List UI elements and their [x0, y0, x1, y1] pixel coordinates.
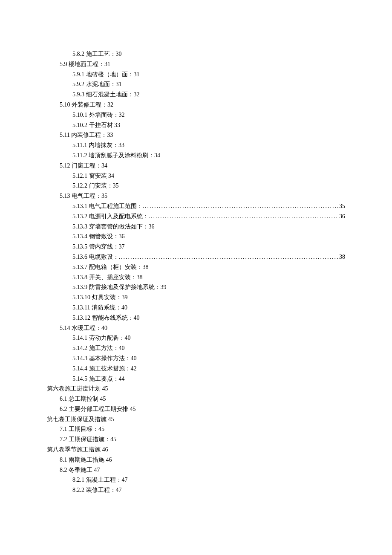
toc-entry-label: 5.10.2 干挂石材 33: [72, 120, 120, 130]
toc-entry: 5.14 水暖工程：40: [47, 323, 345, 333]
toc-entry-label: 5.11 内装修工程：33: [60, 130, 113, 140]
toc-entry: 5.13.7 配电箱（柜）安装：38: [47, 262, 345, 272]
toc-entry: 5.12 门窗工程：34: [47, 161, 345, 171]
toc-entry: 5.14.5 施工要点：44: [47, 374, 345, 384]
toc-entry-label: 5.8.2 施工工艺：30: [72, 49, 122, 59]
toc-entry: 5.9.2 水泥地面：31: [47, 79, 345, 90]
toc-entry: 第六卷施工进度计划 45: [47, 384, 345, 394]
toc-entry: 5.10 外装修工程：32: [47, 100, 345, 110]
toc-entry-label: 5.14 水暖工程：40: [60, 323, 107, 333]
toc-entry-label: 5.12.1 窗安装 34: [72, 171, 114, 181]
toc-entry-label: 5.13.6 电缆敷设：: [72, 252, 119, 262]
toc-entry-label: 5.9.1 地砖楼（地）面：31: [72, 69, 140, 80]
toc-entry: 5.8.2 施工工艺：30: [47, 49, 345, 59]
toc-entry: 6.1 总工期控制 45: [47, 394, 345, 404]
toc-entry: 5.13.2 电源引入及配电系统：36: [47, 211, 345, 222]
toc-entry: 5.13.1 电气工程施工范围：35: [47, 201, 345, 211]
toc-entry-label: 5.14.5 施工要点：44: [72, 374, 125, 384]
toc-leader-dots: [143, 201, 339, 211]
toc-entry-label: 5.10 外装修工程：32: [60, 100, 113, 110]
toc-entry: 8.1 雨期施工措施 46: [47, 455, 345, 465]
toc-entry: 7.2 工期保证措施：45: [47, 434, 345, 445]
toc-entry-label: 第六卷施工进度计划 45: [47, 384, 108, 394]
toc-entry-label: 5.13.11 消防系统：40: [72, 303, 127, 313]
toc-entry: 5.13 电气工程：35: [47, 191, 345, 201]
toc-entry: 5.14.2 施工方法：40: [47, 343, 345, 353]
toc-entry: 5.12.2 门安装：35: [47, 181, 345, 191]
toc-entry: 5.11.1 内墙抹灰：33: [47, 140, 345, 150]
toc-entry: 5.10.2 干挂石材 33: [47, 120, 345, 130]
toc-entry: 第七卷工期保证及措施 45: [47, 414, 345, 425]
toc-entry: 第八卷季节施工措施 46: [47, 445, 345, 455]
toc-entry-label: 5.9.2 水泥地面：31: [72, 79, 122, 90]
toc-entry: 8.2.1 混凝土工程：47: [47, 475, 345, 485]
toc-entry: 5.13.9 防雷接地及保护接地系统：39: [47, 282, 345, 292]
toc-entry-label: 5.13.12 智能布线系统：40: [72, 313, 140, 323]
toc-entry: 5.13.8 开关、插座安装：38: [47, 272, 345, 283]
toc-entry-label: 5.10.1 外墙面砖：32: [72, 110, 125, 120]
toc-entry-label: 5.14.4 施工技术措施：42: [72, 364, 137, 374]
toc-entry-label: 5.9 楼地面工程：31: [60, 59, 110, 69]
toc-entry-label: 5.14.3 基本操作方法：40: [72, 353, 137, 364]
toc-entry-label: 7.1 工期目标：45: [60, 424, 104, 434]
toc-entry: 5.10.1 外墙面砖：32: [47, 110, 345, 120]
toc-entry-label: 6.2 主要分部工程工期安排 45: [60, 404, 136, 414]
toc-entry-label: 8.1 雨期施工措施 46: [60, 455, 112, 465]
toc-entry: 5.13.4 钢管敷设：36: [47, 231, 345, 242]
toc-entry: 5.13.12 智能布线系统：40: [47, 313, 345, 323]
toc-entry: 5.13.10 灯具安装：39: [47, 292, 345, 303]
toc-entry: 8.2.2 装修工程：47: [47, 485, 345, 495]
toc-entry-label: 5.13.5 管内穿线：37: [72, 242, 125, 252]
toc-entry-label: 5.13.10 灯具安装：39: [72, 292, 128, 303]
toc-entry-label: 8.2.2 装修工程：47: [72, 485, 122, 495]
toc-entry-label: 8.2.1 混凝土工程：47: [72, 475, 128, 485]
toc-page-number: 36: [338, 211, 345, 222]
toc-entry-label: 5.13.7 配电箱（柜）安装：38: [72, 262, 149, 272]
toc-entry-label: 5.13 电气工程：35: [60, 191, 107, 201]
toc-entry-label: 5.14.1 劳动力配备：40: [72, 333, 131, 343]
toc-entry: 5.11.2 墙顶刮腻子及涂料粉刷：34: [47, 150, 345, 161]
toc-entry-label: 5.11.2 墙顶刮腻子及涂料粉刷：34: [72, 150, 160, 161]
toc-entry-label: 5.13.1 电气工程施工范围：: [72, 201, 143, 211]
toc-entry: 5.9.1 地砖楼（地）面：31: [47, 69, 345, 80]
toc-entry: 5.12.1 窗安装 34: [47, 171, 345, 181]
toc-entry-label: 5.14.2 施工方法：40: [72, 343, 125, 353]
table-of-contents: 5.8.2 施工工艺：305.9 楼地面工程：315.9.1 地砖楼（地）面：3…: [47, 49, 345, 495]
toc-entry-label: 5.13.3 穿墙套管的做法如下：36: [72, 222, 155, 232]
toc-entry-label: 5.13.8 开关、插座安装：38: [72, 272, 143, 283]
toc-entry: 5.9 楼地面工程：31: [47, 59, 345, 69]
toc-entry: 5.13.3 穿墙套管的做法如下：36: [47, 222, 345, 232]
toc-entry: 8.2 冬季施工 47: [47, 465, 345, 475]
toc-page-number: 35: [338, 201, 345, 211]
toc-leader-dots: [119, 252, 339, 262]
toc-entry-label: 5.13.9 防雷接地及保护接地系统：39: [72, 282, 167, 292]
toc-entry: 5.14.3 基本操作方法：40: [47, 353, 345, 364]
toc-entry-label: 5.12 门窗工程：34: [60, 161, 107, 171]
toc-entry-label: 8.2 冬季施工 47: [60, 465, 100, 475]
toc-entry: 5.11 内装修工程：33: [47, 130, 345, 140]
toc-entry-label: 第八卷季节施工措施 46: [47, 445, 108, 455]
toc-entry-label: 5.13.4 钢管敷设：36: [72, 231, 125, 242]
toc-page-number: 38: [338, 252, 345, 262]
toc-entry: 5.13.6 电缆敷设：38: [47, 252, 345, 262]
toc-entry: 5.13.11 消防系统：40: [47, 303, 345, 313]
toc-entry: 5.14.1 劳动力配备：40: [47, 333, 345, 343]
toc-entry-label: 5.12.2 门安装：35: [72, 181, 119, 191]
toc-entry-label: 5.11.1 内墙抹灰：33: [72, 140, 124, 150]
toc-entry: 6.2 主要分部工程工期安排 45: [47, 404, 345, 414]
toc-entry-label: 5.13.2 电源引入及配电系统：: [72, 211, 149, 222]
toc-entry: 7.1 工期目标：45: [47, 424, 345, 434]
toc-entry: 5.14.4 施工技术措施：42: [47, 364, 345, 374]
toc-entry: 5.13.5 管内穿线：37: [47, 242, 345, 252]
toc-entry-label: 5.9.3 细石混凝土地面：32: [72, 90, 140, 100]
toc-entry-label: 第七卷工期保证及措施 45: [47, 414, 114, 425]
toc-entry-label: 7.2 工期保证措施：45: [60, 434, 116, 445]
toc-entry: 5.9.3 细石混凝土地面：32: [47, 90, 345, 100]
toc-entry-label: 6.1 总工期控制 45: [60, 394, 106, 404]
toc-leader-dots: [149, 211, 339, 222]
